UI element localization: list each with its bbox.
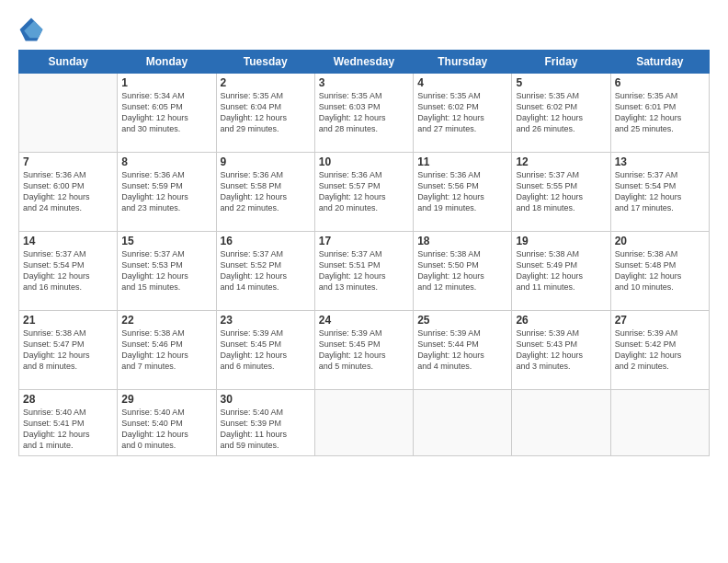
cell-8: 8Sunrise: 5:36 AM Sunset: 5:59 PM Daylig…	[118, 153, 216, 232]
cell-13: 13Sunrise: 5:37 AM Sunset: 5:54 PM Dayli…	[610, 153, 709, 232]
cell-info: Sunrise: 5:38 AM Sunset: 5:48 PM Dayligh…	[615, 248, 705, 293]
cell-info: Sunrise: 5:38 AM Sunset: 5:46 PM Dayligh…	[121, 327, 211, 373]
day-number: 15	[121, 235, 211, 247]
cell-info: Sunrise: 5:38 AM Sunset: 5:49 PM Dayligh…	[516, 248, 606, 293]
cell-18: 18Sunrise: 5:38 AM Sunset: 5:50 PM Dayli…	[414, 232, 512, 311]
day-number: 1	[121, 76, 211, 89]
cell-info: Sunrise: 5:35 AM Sunset: 6:04 PM Dayligh…	[221, 90, 311, 135]
cell-3: 3Sunrise: 5:35 AM Sunset: 6:03 PM Daylig…	[314, 74, 413, 153]
day-number: 26	[516, 314, 606, 327]
cell-empty	[512, 390, 610, 456]
day-number: 11	[417, 155, 507, 168]
cell-info: Sunrise: 5:37 AM Sunset: 5:53 PM Dayligh…	[121, 248, 211, 293]
cell-info: Sunrise: 5:35 AM Sunset: 6:02 PM Dayligh…	[417, 90, 507, 135]
day-header-saturday: Saturday	[610, 51, 709, 74]
day-number: 9	[221, 155, 311, 168]
cell-info: Sunrise: 5:36 AM Sunset: 5:58 PM Dayligh…	[221, 169, 311, 214]
day-number: 4	[417, 76, 507, 89]
day-number: 29	[121, 393, 211, 406]
day-number: 16	[221, 235, 311, 247]
cell-26: 26Sunrise: 5:39 AM Sunset: 5:43 PM Dayli…	[512, 311, 610, 390]
cell-info: Sunrise: 5:35 AM Sunset: 6:01 PM Dayligh…	[615, 90, 705, 135]
logo	[18, 17, 48, 42]
cell-27: 27Sunrise: 5:39 AM Sunset: 5:42 PM Dayli…	[610, 311, 709, 390]
day-number: 8	[121, 155, 211, 168]
cell-24: 24Sunrise: 5:39 AM Sunset: 5:45 PM Dayli…	[314, 311, 413, 390]
cell-info: Sunrise: 5:37 AM Sunset: 5:52 PM Dayligh…	[221, 248, 311, 293]
day-number: 14	[23, 235, 113, 247]
week-row-4: 21Sunrise: 5:38 AM Sunset: 5:47 PM Dayli…	[19, 311, 710, 390]
week-row-3: 14Sunrise: 5:37 AM Sunset: 5:54 PM Dayli…	[19, 232, 710, 311]
cell-16: 16Sunrise: 5:37 AM Sunset: 5:52 PM Dayli…	[216, 232, 314, 311]
cell-7: 7Sunrise: 5:36 AM Sunset: 6:00 PM Daylig…	[19, 153, 118, 232]
day-number: 19	[516, 235, 606, 247]
cell-29: 29Sunrise: 5:40 AM Sunset: 5:40 PM Dayli…	[118, 390, 216, 456]
cell-21: 21Sunrise: 5:38 AM Sunset: 5:47 PM Dayli…	[19, 311, 118, 390]
cell-info: Sunrise: 5:36 AM Sunset: 6:00 PM Dayligh…	[23, 169, 113, 214]
day-number: 7	[23, 155, 113, 168]
day-number: 23	[221, 314, 311, 327]
day-number: 13	[615, 155, 705, 168]
day-number: 25	[417, 314, 507, 327]
cell-22: 22Sunrise: 5:38 AM Sunset: 5:46 PM Dayli…	[118, 311, 216, 390]
cell-empty	[314, 390, 413, 456]
cell-info: Sunrise: 5:38 AM Sunset: 5:50 PM Dayligh…	[417, 248, 507, 293]
cell-info: Sunrise: 5:40 AM Sunset: 5:41 PM Dayligh…	[23, 407, 113, 452]
week-row-1: 1Sunrise: 5:34 AM Sunset: 6:05 PM Daylig…	[19, 74, 710, 153]
cell-info: Sunrise: 5:39 AM Sunset: 5:45 PM Dayligh…	[221, 327, 311, 373]
cell-12: 12Sunrise: 5:37 AM Sunset: 5:55 PM Dayli…	[512, 153, 610, 232]
cell-info: Sunrise: 5:39 AM Sunset: 5:43 PM Dayligh…	[516, 327, 606, 373]
day-number: 30	[221, 393, 311, 406]
day-header-tuesday: Tuesday	[216, 51, 314, 74]
day-number: 28	[23, 393, 113, 406]
cell-11: 11Sunrise: 5:36 AM Sunset: 5:56 PM Dayli…	[414, 153, 512, 232]
cell-28: 28Sunrise: 5:40 AM Sunset: 5:41 PM Dayli…	[19, 390, 118, 456]
cell-5: 5Sunrise: 5:35 AM Sunset: 6:02 PM Daylig…	[512, 74, 610, 153]
day-header-thursday: Thursday	[414, 51, 512, 74]
day-number: 10	[319, 155, 409, 168]
cell-info: Sunrise: 5:34 AM Sunset: 6:05 PM Dayligh…	[121, 90, 211, 135]
cell-info: Sunrise: 5:37 AM Sunset: 5:55 PM Dayligh…	[516, 169, 606, 214]
cell-empty	[610, 390, 709, 456]
day-number: 2	[221, 76, 311, 89]
cell-info: Sunrise: 5:36 AM Sunset: 5:57 PM Dayligh…	[319, 169, 409, 214]
cell-info: Sunrise: 5:37 AM Sunset: 5:54 PM Dayligh…	[23, 248, 113, 293]
cell-23: 23Sunrise: 5:39 AM Sunset: 5:45 PM Dayli…	[216, 311, 314, 390]
cell-info: Sunrise: 5:37 AM Sunset: 5:54 PM Dayligh…	[615, 169, 705, 214]
cell-1: 1Sunrise: 5:34 AM Sunset: 6:05 PM Daylig…	[118, 74, 216, 153]
cell-empty	[414, 390, 512, 456]
cell-info: Sunrise: 5:40 AM Sunset: 5:40 PM Dayligh…	[121, 407, 211, 452]
cell-info: Sunrise: 5:36 AM Sunset: 5:56 PM Dayligh…	[417, 169, 507, 214]
day-header-friday: Friday	[512, 51, 610, 74]
cell-info: Sunrise: 5:39 AM Sunset: 5:45 PM Dayligh…	[319, 327, 409, 373]
day-number: 17	[319, 235, 409, 247]
cell-empty	[19, 74, 118, 153]
cell-info: Sunrise: 5:35 AM Sunset: 6:03 PM Dayligh…	[319, 90, 409, 135]
day-number: 3	[319, 76, 409, 89]
day-number: 22	[121, 314, 211, 327]
cell-6: 6Sunrise: 5:35 AM Sunset: 6:01 PM Daylig…	[610, 74, 709, 153]
day-number: 6	[615, 76, 705, 89]
cell-25: 25Sunrise: 5:39 AM Sunset: 5:44 PM Dayli…	[414, 311, 512, 390]
day-number: 5	[516, 76, 606, 89]
cell-info: Sunrise: 5:38 AM Sunset: 5:47 PM Dayligh…	[23, 327, 113, 373]
page: SundayMondayTuesdayWednesdayThursdayFrid…	[0, 0, 728, 563]
cell-info: Sunrise: 5:35 AM Sunset: 6:02 PM Dayligh…	[516, 90, 606, 135]
week-row-5: 28Sunrise: 5:40 AM Sunset: 5:41 PM Dayli…	[19, 390, 710, 456]
cell-4: 4Sunrise: 5:35 AM Sunset: 6:02 PM Daylig…	[414, 74, 512, 153]
cell-info: Sunrise: 5:39 AM Sunset: 5:44 PM Dayligh…	[417, 327, 507, 373]
header	[18, 17, 710, 42]
day-header-row: SundayMondayTuesdayWednesdayThursdayFrid…	[19, 51, 710, 74]
cell-19: 19Sunrise: 5:38 AM Sunset: 5:49 PM Dayli…	[512, 232, 610, 311]
cell-2: 2Sunrise: 5:35 AM Sunset: 6:04 PM Daylig…	[216, 74, 314, 153]
cell-20: 20Sunrise: 5:38 AM Sunset: 5:48 PM Dayli…	[610, 232, 709, 311]
cell-17: 17Sunrise: 5:37 AM Sunset: 5:51 PM Dayli…	[314, 232, 413, 311]
day-number: 18	[417, 235, 507, 247]
day-header-sunday: Sunday	[19, 51, 118, 74]
day-header-monday: Monday	[118, 51, 216, 74]
cell-info: Sunrise: 5:37 AM Sunset: 5:51 PM Dayligh…	[319, 248, 409, 293]
cell-30: 30Sunrise: 5:40 AM Sunset: 5:39 PM Dayli…	[216, 390, 314, 456]
day-number: 21	[23, 314, 113, 327]
cell-14: 14Sunrise: 5:37 AM Sunset: 5:54 PM Dayli…	[19, 232, 118, 311]
day-number: 24	[319, 314, 409, 327]
